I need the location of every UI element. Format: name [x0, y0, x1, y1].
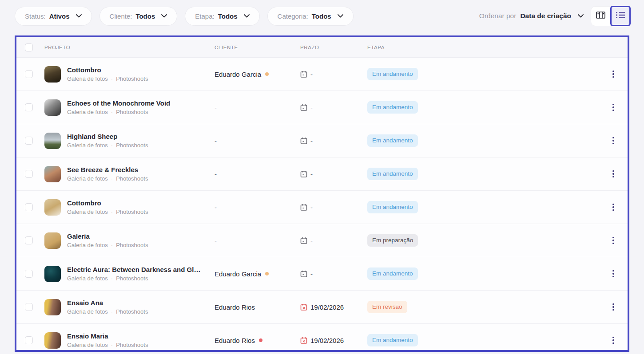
- calendar-overdue-icon: [300, 303, 307, 311]
- row-menu-button[interactable]: [610, 334, 617, 347]
- row-menu-button[interactable]: [610, 267, 617, 280]
- project-type: Photoshoots: [116, 75, 148, 82]
- project-thumbnail: [44, 166, 61, 182]
- project-type: Photoshoots: [116, 308, 148, 315]
- deadline-value: -: [310, 270, 313, 278]
- table-row[interactable]: Cottombro Galeria de fotos · Photoshoots…: [16, 191, 628, 224]
- project-subtitle: Galeria de fotos · Photoshoots: [67, 308, 148, 315]
- dot-separator-icon: ·: [111, 175, 113, 182]
- project-subtitle: Galeria de fotos · Photoshoots: [67, 109, 170, 115]
- table-row[interactable]: Highland Sheep Galeria de fotos · Photos…: [16, 124, 628, 157]
- dot-separator-icon: ·: [111, 142, 113, 149]
- project-category: Galeria de fotos: [67, 175, 108, 182]
- column-header-prazo: PRAZO: [300, 45, 367, 50]
- dot-separator-icon: ·: [111, 308, 113, 315]
- row-menu-button[interactable]: [610, 101, 617, 114]
- client-status-dot: [259, 338, 262, 342]
- deadline-value: 19/02/2026: [310, 303, 344, 311]
- calendar-icon: [300, 71, 307, 78]
- projects-table: PROJETO CLIENTE PRAZO ETAPA Cottombro Ga…: [15, 35, 629, 352]
- project-category: Galeria de fotos: [67, 242, 108, 248]
- client-name: Eduardo Rios: [215, 337, 255, 344]
- client-status-dot: [265, 272, 269, 275]
- row-checkbox[interactable]: [25, 336, 33, 344]
- calendar-icon: [300, 170, 307, 178]
- select-all-checkbox[interactable]: [25, 43, 33, 51]
- project-thumbnail: [44, 266, 61, 282]
- filter-cliente-label: Cliente:: [110, 12, 132, 20]
- row-checkbox[interactable]: [25, 270, 33, 278]
- project-type: Photoshoots: [116, 242, 148, 248]
- calendar-icon: [300, 104, 307, 111]
- chevron-down-icon: [76, 14, 82, 18]
- project-thumbnail: [44, 232, 61, 249]
- project-type: Photoshoots: [116, 342, 148, 348]
- dot-separator-icon: ·: [111, 275, 113, 282]
- dot-separator-icon: ·: [111, 342, 113, 348]
- list-view-icon: [616, 11, 625, 21]
- chevron-down-icon: [338, 14, 343, 18]
- table-row[interactable]: See Breeze & Freckles Galeria de fotos ·…: [16, 157, 628, 191]
- project-title: Cottombro: [67, 66, 148, 74]
- sort-by-value: Data de criação: [520, 12, 571, 20]
- project-subtitle: Galeria de fotos · Photoshoots: [67, 142, 148, 149]
- calendar-icon: [300, 204, 307, 211]
- project-subtitle: Galeria de fotos · Photoshoots: [67, 242, 148, 248]
- project-title: See Breeze & Freckles: [67, 166, 148, 173]
- client-name: -: [215, 237, 217, 244]
- filter-categoria-label: Categoria:: [278, 12, 308, 20]
- row-menu-button[interactable]: [610, 301, 617, 314]
- view-toggle: [591, 6, 631, 26]
- table-row[interactable]: Echoes of the Monochrome Void Galeria de…: [16, 91, 628, 124]
- project-subtitle: Galeria de fotos · Photoshoots: [67, 208, 148, 215]
- list-view-button[interactable]: [610, 6, 631, 26]
- project-subtitle: Galeria de fotos · Photoshoots: [67, 75, 148, 82]
- filter-categoria[interactable]: Categoria: Todos: [267, 7, 354, 26]
- stage-badge: Em andamento: [367, 267, 418, 280]
- row-checkbox[interactable]: [25, 236, 33, 244]
- dot-separator-icon: ·: [111, 208, 113, 215]
- project-thumbnail: [44, 332, 61, 349]
- project-type: Photoshoots: [116, 175, 148, 182]
- project-title: Cottombro: [67, 199, 148, 207]
- calendar-icon: [300, 237, 307, 244]
- filter-status-label: Status:: [25, 12, 46, 20]
- row-checkbox[interactable]: [25, 203, 33, 211]
- filter-toolbar: Status: Ativos Cliente: Todos Etapa: Tod…: [0, 0, 644, 32]
- row-menu-button[interactable]: [610, 234, 617, 247]
- board-view-button[interactable]: [591, 6, 611, 26]
- row-checkbox[interactable]: [25, 170, 33, 178]
- client-name: Eduardo Garcia: [215, 71, 261, 78]
- filter-etapa[interactable]: Etapa: Todos: [185, 7, 259, 26]
- sort-by-label: Ordenar por: [479, 12, 517, 20]
- filter-cliente[interactable]: Cliente: Todos: [99, 7, 178, 26]
- table-row[interactable]: Ensaio Ana Galeria de fotos · Photoshoot…: [16, 291, 628, 324]
- project-title: Electric Aura: Between Darkness and Gl…: [67, 266, 200, 273]
- table-row[interactable]: Ensaio Maria Galeria de fotos · Photosho…: [16, 324, 628, 352]
- row-checkbox[interactable]: [25, 103, 33, 111]
- column-header-cliente: CLIENTE: [215, 45, 300, 50]
- project-title: Galeria: [67, 232, 148, 240]
- table-row[interactable]: Electric Aura: Between Darkness and Gl… …: [16, 257, 628, 291]
- table-row[interactable]: Galeria Galeria de fotos · Photoshoots -: [16, 224, 628, 257]
- client-status-dot: [265, 72, 269, 76]
- project-title: Ensaio Maria: [67, 332, 148, 340]
- project-subtitle: Galeria de fotos · Photoshoots: [67, 342, 148, 348]
- filter-status[interactable]: Status: Ativos: [15, 7, 92, 26]
- stage-badge: Em andamento: [367, 334, 418, 346]
- row-menu-button[interactable]: [610, 201, 617, 214]
- stage-badge: Em revisão: [367, 301, 407, 313]
- row-menu-button[interactable]: [610, 168, 617, 181]
- row-menu-button[interactable]: [610, 134, 617, 147]
- chevron-down-icon: [161, 14, 167, 18]
- row-checkbox[interactable]: [25, 303, 33, 311]
- row-checkbox[interactable]: [25, 137, 33, 145]
- stage-badge: Em andamento: [367, 68, 418, 80]
- project-category: Galeria de fotos: [67, 142, 108, 149]
- row-menu-button[interactable]: [610, 68, 617, 81]
- row-checkbox[interactable]: [25, 70, 33, 78]
- table-row[interactable]: Cottombro Galeria de fotos · Photoshoots…: [16, 58, 628, 91]
- sort-by-control[interactable]: Ordenar por Data de criação: [479, 12, 584, 20]
- stage-badge: Em andamento: [367, 134, 418, 147]
- project-type: Photoshoots: [116, 142, 148, 149]
